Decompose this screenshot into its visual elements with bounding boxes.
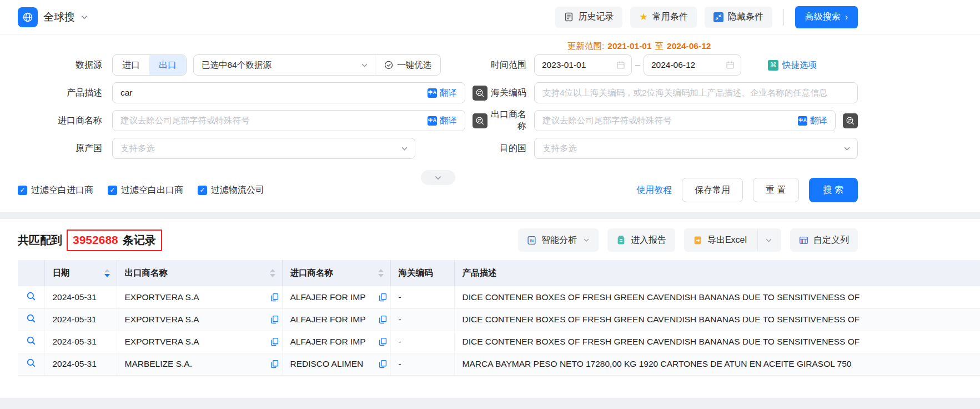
copy-icon[interactable] [379,315,387,324]
filter-label: 过滤空白进口商 [31,184,93,196]
exporter-label: 出口商名称 [488,109,534,132]
search-form: 数据源 进口 出口 已选中84个数据源 一键优选 [0,34,980,212]
update-range-start: 2021-01-01 [607,41,651,51]
importer-cell: ALFAJER FOR IMP [282,286,390,308]
fuzzy-match-icon-button[interactable] [473,86,488,101]
data-source-select[interactable]: 已选中84个数据源 一键优选 [193,54,441,76]
translate-icon: 中A [798,116,807,126]
importer-column-header[interactable]: 进口商名称 [282,260,390,286]
importer-cell: ALFAJER FOR IMP [282,331,390,353]
smart-analysis-button[interactable]: BI 智能分析 [518,228,599,252]
hide-conditions-button[interactable]: 隐藏条件 [705,7,772,28]
view-detail-icon[interactable] [26,336,36,346]
chevron-down-icon [81,13,88,21]
copy-icon[interactable] [379,360,387,368]
view-detail-icon[interactable] [26,291,36,301]
translate-label: 翻译 [440,87,457,99]
exporter-cell: EXPORTVERA S.A [117,331,282,353]
tutorial-link[interactable]: 使用教程 [636,184,672,196]
optimize-label: 一键优选 [397,59,431,71]
copy-icon[interactable] [270,315,279,324]
app-switcher[interactable]: 全球搜 [18,7,88,27]
copy-icon[interactable] [270,337,279,346]
description-cell: MARCA BAYMAR PESO NETO 17280,00 KG 1920 … [454,353,980,375]
translate-button[interactable]: 中A 翻译 [798,111,827,131]
advanced-search-button[interactable]: 高级搜索 › [795,6,858,28]
copy-icon[interactable] [270,293,279,302]
update-range-to: 至 [655,41,664,52]
exporter-column-header[interactable]: 出口商名称 [117,260,282,286]
time-range-label: 时间范围 [488,59,534,71]
hs-code-label: 海关编码 [488,87,534,99]
importer-input[interactable] [113,111,465,131]
table-body: 2024-05-31 EXPORTVERA S.A ALFAJER FOR IM… [18,286,980,375]
update-range-label: 更新范围: [567,41,604,52]
description-column-header: 产品描述 [454,260,980,286]
filter-label: 过滤物流公司 [211,184,264,196]
highlight-annotation-box: 3952688 条记录 [67,230,162,251]
collapse-form-button[interactable] [421,170,455,185]
translate-button[interactable]: 中A 翻译 [428,83,457,103]
filter-logistics-checkbox[interactable]: ✓ 过滤物流公司 [198,184,264,196]
importer-name: ALFAJER FOR IMP [290,337,366,347]
date-separator: – [635,60,640,70]
shortcut-icon: ⌘ [768,60,778,71]
favorites-button[interactable]: ★ 常用条件 [630,7,696,28]
exporter-input[interactable] [535,111,835,131]
importer-name: REDISCO ALIMEN [290,359,364,369]
product-desc-input[interactable] [113,83,465,103]
date-cell: 2024-05-31 [44,331,117,353]
report-icon [616,236,626,245]
reset-button[interactable]: 重 置 [753,178,798,202]
copy-icon[interactable] [379,337,387,346]
product-desc-row: 产品描述 中A 翻译 [18,82,488,103]
translate-button[interactable]: 中A 翻译 [428,111,457,131]
table-row: 2024-05-31 MARBELIZE S.A. REDISCO ALIMEN [18,353,980,375]
import-tab[interactable]: 进口 [113,55,149,75]
view-detail-icon[interactable] [26,358,36,368]
export-tab[interactable]: 出口 [149,55,186,75]
checkbox-checked-icon: ✓ [198,186,207,195]
date-cell: 2024-05-31 [44,353,117,375]
table-row: 2024-05-31 EXPORTVERA S.A ALFAJER FOR IM… [18,308,980,331]
quick-options-button[interactable]: ⌘ 快捷选项 [768,59,817,71]
fuzzy-match-icon-button[interactable] [473,113,488,128]
hs-code-cell: - [390,331,454,353]
view-detail-icon[interactable] [26,313,36,323]
exporter-cell: MARBELIZE S.A. [117,353,282,375]
dest-country-select[interactable]: 支持多选 [534,138,858,159]
export-excel-label: 导出Excel [707,235,747,246]
one-click-optimize-button[interactable]: 一键优选 [375,59,440,71]
exporter-name: EXPORTVERA S.A [125,292,199,302]
checkbox-checked-icon: ✓ [108,186,117,195]
enter-report-button[interactable]: 进入报告 [607,228,675,252]
translate-label: 翻译 [440,115,457,127]
date-column-header[interactable]: 日期 [44,260,117,286]
save-common-button[interactable]: 保存常用 [682,178,743,202]
export-options-chevron[interactable] [765,237,772,244]
trade-type-segmented: 进口 出口 [112,54,187,76]
chevron-down-icon [583,237,590,243]
copy-icon[interactable] [379,293,387,302]
filter-blank-importer-checkbox[interactable]: ✓ 过滤空白进口商 [18,184,93,196]
check-circle-icon [384,61,393,69]
history-button[interactable]: 历史记录 [555,7,622,28]
export-excel-button[interactable]: 导出Excel [684,228,781,252]
search-button[interactable]: 搜 索 [809,178,858,202]
start-date-input[interactable]: 2023-01-01 [534,54,632,76]
filter-blank-exporter-checkbox[interactable]: ✓ 过滤空白出口商 [108,184,183,196]
custom-columns-button[interactable]: 自定义列 [790,228,858,252]
fuzzy-match-icon-button[interactable] [843,113,858,128]
sort-icons [378,269,384,277]
table-row: 2024-05-31 EXPORTVERA S.A ALFAJER FOR IM… [18,286,980,308]
origin-country-select[interactable]: 支持多选 [112,138,415,159]
data-source-row: 数据源 进口 出口 已选中84个数据源 一键优选 [18,54,488,76]
copy-icon[interactable] [270,360,279,368]
end-date-input[interactable]: 2024-06-12 [644,54,741,76]
hs-code-input[interactable] [534,82,858,103]
hide-conditions-label: 隐藏条件 [728,11,763,23]
origin-country-row: 原产国 支持多选 [18,138,488,159]
description-header-label: 产品描述 [463,268,497,277]
globe-logo-icon [18,7,38,27]
translate-icon: 中A [428,116,437,126]
